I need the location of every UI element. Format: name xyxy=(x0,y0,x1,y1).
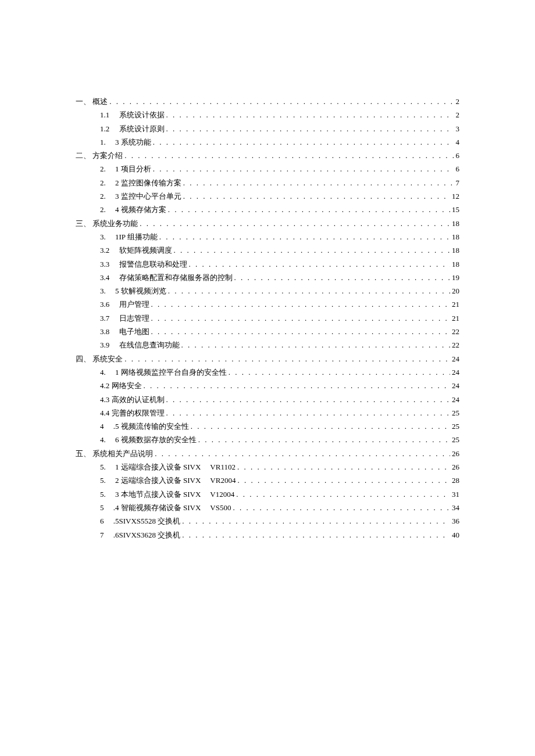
toc-entry: 4. 1 网络视频监控平台自身的安全性24 xyxy=(100,368,459,376)
toc-entry: 2. 1 项目分析6 xyxy=(100,165,459,173)
toc-page-number: 24 xyxy=(452,382,459,389)
toc-page-number: 18 xyxy=(452,233,459,241)
toc-leader-dots xyxy=(183,179,454,187)
toc-page-number: 20 xyxy=(452,287,459,295)
toc-page-number: 34 xyxy=(452,504,459,511)
toc-entry: 3.4 存储策略配置和存储服务器的控制19 xyxy=(100,274,459,281)
toc-page-number: 24 xyxy=(452,396,459,403)
toc-page-number: 4 xyxy=(456,138,460,146)
toc-leader-dots xyxy=(174,246,451,254)
toc-page-number: 28 xyxy=(452,476,459,484)
toc-page-number: 15 xyxy=(452,206,459,213)
toc-label: 3.6 用户管理 xyxy=(100,300,149,308)
toc-leader-dots xyxy=(153,138,454,146)
toc-label: 三、 系统业务功能 xyxy=(76,220,138,227)
toc-page-number: 25 xyxy=(452,436,459,443)
toc-label: 3.7 日志管理 xyxy=(100,314,149,322)
toc-leader-dots xyxy=(237,476,450,484)
table-of-contents: 一、 概述21.1 系统设计依据21.2 系统设计原则31. 3 系统功能4二、… xyxy=(76,98,459,539)
toc-leader-dots xyxy=(140,220,450,227)
toc-page-number: 19 xyxy=(452,274,459,281)
toc-page-number: 26 xyxy=(452,463,459,471)
toc-label: 1.1 系统设计依据 xyxy=(100,111,165,119)
toc-leader-dots xyxy=(151,328,451,335)
toc-label: 3. 1IP 组播功能 xyxy=(100,233,158,241)
toc-entry: 3. 1IP 组播功能18 xyxy=(100,233,459,241)
toc-entry: 5. 2 远端综合接入设备 SIVX VR200428 xyxy=(100,476,459,484)
toc-page-number: 2 xyxy=(456,98,460,105)
toc-label: 5. 3 本地节点接入设备 SIVX V12004 xyxy=(100,490,234,498)
toc-leader-dots xyxy=(124,355,450,363)
toc-leader-dots xyxy=(183,192,450,200)
toc-leader-dots xyxy=(168,287,450,295)
toc-entry: 3.2 软矩阵视频调度18 xyxy=(100,246,459,254)
toc-leader-dots xyxy=(166,409,451,417)
toc-entry: 3. 5 软解视频浏览20 xyxy=(100,287,459,295)
toc-leader-dots xyxy=(191,422,450,430)
toc-leader-dots xyxy=(234,274,451,281)
toc-leader-dots xyxy=(168,206,450,213)
toc-label: 3.9 在线信息查询功能 xyxy=(100,341,180,349)
toc-label: 五、 系统相关产品说明 xyxy=(76,450,153,457)
toc-entry: 4 .5 视频流传输的安全性25 xyxy=(100,422,459,430)
toc-page-number: 21 xyxy=(452,314,459,322)
toc-leader-dots xyxy=(182,517,450,525)
toc-entry: 4.3 高效的认证机制24 xyxy=(100,396,459,403)
toc-entry: 5 .4 智能视频存储设备 SIVX VS50034 xyxy=(100,504,459,511)
toc-entry: 1.2 系统设计原则3 xyxy=(100,125,459,132)
toc-page-number: 2 xyxy=(456,111,460,119)
toc-label: 1.2 系统设计原则 xyxy=(100,125,165,132)
toc-label: 4.4 完善的权限管理 xyxy=(100,409,165,417)
toc-page-number: 7 xyxy=(456,179,460,187)
toc-entry: 五、 系统相关产品说明26 xyxy=(76,450,459,457)
toc-label: 2. 4 视频存储方案 xyxy=(100,206,166,213)
toc-label: 4.2 网络安全 xyxy=(100,382,142,389)
toc-label: 6 .5SIVXS5528 交换机 xyxy=(100,517,180,525)
toc-entry: 3.7 日志管理21 xyxy=(100,314,459,322)
toc-page-number: 21 xyxy=(452,300,459,308)
toc-label: 4.3 高效的认证机制 xyxy=(100,396,165,403)
toc-label: 3.4 存储策略配置和存储服务器的控制 xyxy=(100,274,233,281)
toc-leader-dots xyxy=(155,450,450,457)
toc-page-number: 6 xyxy=(456,152,460,159)
toc-label: 2. 3 监控中心平台单元 xyxy=(100,192,181,200)
toc-label: 5 .4 智能视频存储设备 SIVX VS500 xyxy=(100,504,231,511)
toc-leader-dots xyxy=(236,490,450,498)
toc-label: 1. 3 系统功能 xyxy=(100,138,151,146)
toc-entry: 一、 概述2 xyxy=(76,98,459,105)
toc-entry: 3.9 在线信息查询功能22 xyxy=(100,341,459,349)
toc-leader-dots xyxy=(151,300,451,308)
toc-entry: 5. 3 本地节点接入设备 SIVX V1200431 xyxy=(100,490,459,498)
toc-label: 7 .6SIVXS3628 交换机 xyxy=(100,531,180,539)
toc-entry: 1.1 系统设计依据2 xyxy=(100,111,459,119)
toc-leader-dots xyxy=(181,341,451,349)
toc-page-number: 40 xyxy=(452,531,459,539)
toc-leader-dots xyxy=(124,152,454,159)
toc-entry: 4. 6 视频数据存放的安全性25 xyxy=(100,436,459,443)
toc-entry: 2. 3 监控中心平台单元12 xyxy=(100,192,459,200)
toc-leader-dots xyxy=(182,531,450,539)
toc-entry: 2. 4 视频存储方案15 xyxy=(100,206,459,213)
toc-label: 4 .5 视频流传输的安全性 xyxy=(100,422,189,430)
toc-label: 5. 1 远端综合接入设备 SIVX VR1102 xyxy=(100,463,236,471)
toc-page-number: 36 xyxy=(452,517,459,525)
toc-page-number: 12 xyxy=(452,192,459,200)
toc-leader-dots xyxy=(166,111,454,119)
toc-entry: 3.6 用户管理21 xyxy=(100,300,459,308)
toc-page-number: 25 xyxy=(452,409,459,417)
toc-label: 2. 2 监控图像传输方案 xyxy=(100,179,181,187)
toc-leader-dots xyxy=(237,463,450,471)
toc-leader-dots xyxy=(166,396,451,403)
toc-page-number: 24 xyxy=(452,355,459,363)
toc-page-number: 31 xyxy=(452,490,459,498)
toc-entry: 三、 系统业务功能18 xyxy=(76,220,459,227)
toc-page-number: 22 xyxy=(452,328,459,335)
toc-page-number: 18 xyxy=(452,220,459,227)
toc-entry: 3.3 报警信息联动和处理18 xyxy=(100,260,459,268)
toc-page-number: 24 xyxy=(452,368,459,376)
toc-leader-dots xyxy=(153,165,454,173)
toc-label: 3.3 报警信息联动和处理 xyxy=(100,260,187,268)
toc-page-number: 26 xyxy=(452,450,459,457)
toc-entry: 6 .5SIVXS5528 交换机36 xyxy=(100,517,459,525)
toc-leader-dots xyxy=(229,368,450,376)
